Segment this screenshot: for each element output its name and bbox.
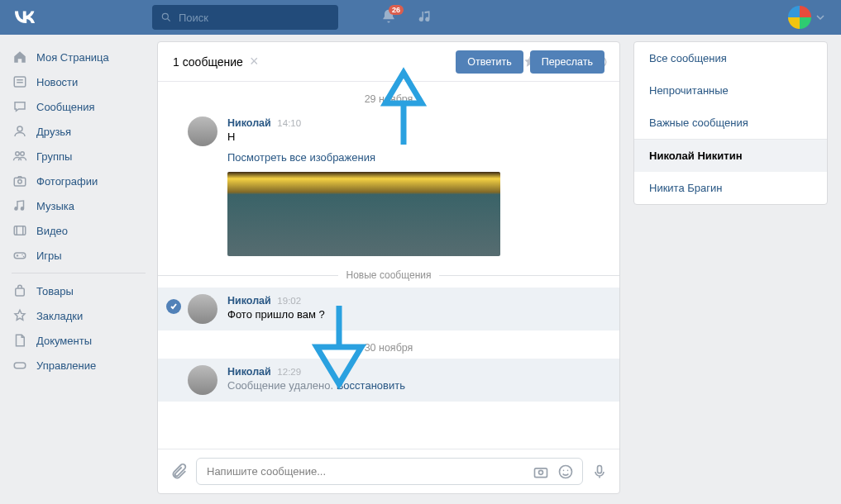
vk-logo-icon [13,7,36,23]
message-item[interactable]: Николай 14:10 Н Посмотреть все изображен… [158,110,619,263]
svg-point-12 [22,254,23,256]
sidebar-left: Моя Страница Новости Сообщения Друзья Гр… [0,41,157,494]
avatar [788,6,811,29]
groups-icon [12,149,28,164]
sidebar-right: Все сообщения Непрочитанные Важные сообщ… [633,41,828,494]
home-icon [12,50,28,64]
selection-check-icon[interactable] [166,299,181,314]
conversation-panel: 1 сообщение × Ответить Переслать 29 нояб… [157,41,620,494]
news-icon [12,74,28,89]
view-all-images-link[interactable]: Посмотреть все изображения [227,151,603,164]
forward-button[interactable]: Переслать [530,50,604,74]
conversation-header: 1 сообщение × Ответить Переслать [158,42,619,82]
svg-rect-11 [14,253,26,259]
message-text: Фото пришло вам ? [227,308,603,321]
sidebar-item-music[interactable]: Музыка [5,193,152,218]
new-messages-separator: Новые сообщения [158,269,619,281]
selection-count: 1 сообщение [173,55,243,69]
sidebar-item-news[interactable]: Новости [5,69,152,94]
restore-link[interactable]: Восстановить [337,379,405,392]
sidebar-item-manage[interactable]: Управление [5,353,152,378]
dialog-item-active[interactable]: Николай Никитин [634,140,827,172]
friends-icon [12,124,28,139]
svg-line-1 [168,19,170,21]
message-time: 12:29 [277,367,301,377]
reply-button[interactable]: Ответить [456,50,523,74]
sidebar-item-my-page[interactable]: Моя Страница [5,45,152,69]
message-time: 19:02 [277,296,301,306]
music-note-icon [12,198,28,213]
camera-icon[interactable] [533,464,549,480]
sidebar-divider [12,273,146,273]
avatar[interactable] [188,116,217,146]
music-button[interactable] [418,9,433,26]
message-item-selected[interactable]: Николай 19:02 Фото пришло вам ? [158,288,619,330]
sidebar-item-photos[interactable]: Фотографии [5,169,152,193]
search-placeholder: Поиск [179,12,208,24]
avatar[interactable] [188,294,217,324]
svg-rect-23 [598,465,602,473]
dialog-item[interactable]: Никита Брагин [634,172,827,204]
filter-important[interactable]: Важные сообщения [634,107,827,139]
message-author[interactable]: Николай [227,366,271,378]
top-header: Поиск 26 [0,0,841,35]
avatar[interactable] [188,365,217,395]
message-text: Н [227,131,603,143]
message-time: 14:10 [277,118,301,128]
message-item-deleted[interactable]: Николай 12:29 Сообщение удалено. Восстан… [158,359,619,402]
svg-rect-8 [14,178,26,186]
message-author[interactable]: Николай [227,295,271,307]
chevron-down-icon [816,13,824,21]
svg-point-7 [21,152,25,156]
svg-rect-18 [535,468,547,477]
message-input[interactable]: Напишите сообщение... [196,458,583,485]
attach-icon[interactable] [170,463,188,481]
vk-logo[interactable] [13,7,36,28]
svg-rect-15 [14,363,26,368]
sidebar-item-games[interactable]: Игры [5,243,152,268]
sidebar-item-market[interactable]: Товары [5,278,152,303]
camera-icon [12,174,28,188]
sidebar-item-video[interactable]: Видео [5,218,152,243]
market-icon [12,283,28,298]
filter-all[interactable]: Все сообщения [634,42,827,74]
svg-point-6 [16,152,20,156]
search-input[interactable]: Поиск [152,5,338,30]
doc-icon [12,333,28,348]
notification-badge: 26 [389,5,404,15]
clear-selection-button[interactable]: × [250,53,259,70]
gamepad-icon [12,358,28,373]
svg-point-0 [162,13,168,19]
message-author[interactable]: Николай [227,117,271,129]
date-separator: 30 ноября [158,342,619,354]
composer-placeholder: Напишите сообщение... [207,465,326,478]
messages-list: 29 ноября Николай 14:10 Н Посмотреть все… [158,82,619,449]
video-icon [12,223,28,238]
notifications-button[interactable]: 26 [380,8,397,27]
svg-point-13 [23,256,25,258]
microphone-icon[interactable] [591,463,608,481]
svg-point-19 [539,470,543,474]
date-separator: 29 ноября [158,93,619,105]
svg-point-21 [563,469,565,471]
svg-rect-14 [16,288,25,296]
svg-point-22 [567,469,569,471]
gamepad-icon [12,248,28,263]
sidebar-item-docs[interactable]: Документы [5,328,152,353]
profile-menu[interactable] [788,6,824,29]
sidebar-item-bookmarks[interactable]: Закладки [5,303,152,328]
svg-rect-10 [14,226,26,235]
emoji-icon[interactable] [557,464,574,480]
sidebar-item-groups[interactable]: Группы [5,144,152,169]
message-attachment-image[interactable] [227,172,500,256]
svg-point-20 [560,465,572,478]
music-icon [418,9,433,24]
sidebar-item-friends[interactable]: Друзья [5,119,152,144]
sidebar-item-messages[interactable]: Сообщения [5,94,152,119]
svg-point-9 [18,180,22,184]
messages-icon [12,99,28,114]
svg-point-5 [17,126,22,131]
deleted-label: Сообщение удалено. [227,379,333,392]
filter-unread[interactable]: Непрочитанные [634,74,827,107]
search-icon [160,12,172,23]
